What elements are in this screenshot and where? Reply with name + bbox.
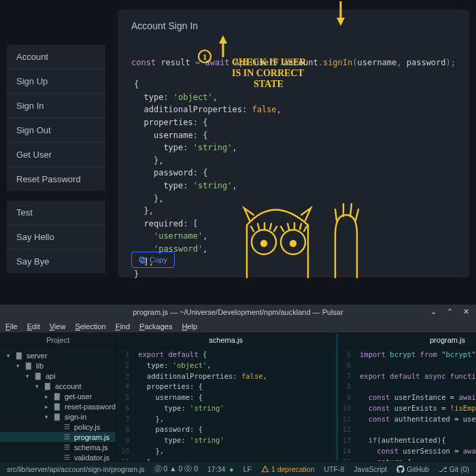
menu-bar: FileEditViewSelectionFindPackagesHelp: [0, 320, 476, 333]
file-icon: ☰: [63, 443, 71, 452]
status-eol[interactable]: LF: [243, 465, 252, 473]
window-title: program.js — ~/Universe/Development/npm/…: [133, 308, 343, 316]
gutter-right: 56789101112131415161718: [338, 347, 356, 461]
nav-item-sign-out[interactable]: Sign Out: [7, 118, 105, 143]
window-minimize-icon[interactable]: ⌄: [428, 307, 438, 316]
menu-view[interactable]: View: [50, 322, 66, 330]
nav-item-account[interactable]: Account: [7, 45, 105, 69]
menu-file[interactable]: File: [5, 322, 18, 330]
nav-item-get-user[interactable]: Get User: [7, 143, 105, 167]
window-titlebar: program.js — ~/Universe/Development/npm/…: [0, 305, 476, 320]
editor-pane-left: schema.js 12345678910111213 export defau…: [116, 333, 336, 461]
tree-folder-sign-in[interactable]: ▾▇sign-in: [0, 411, 116, 422]
tree-file-policy-js[interactable]: ☰policy.js: [0, 422, 116, 432]
nav-item-test[interactable]: Test: [7, 201, 105, 225]
status-diagnostics[interactable]: ⓪ 0 ▲ 0 ⓪ 0: [154, 464, 199, 474]
window-close-icon[interactable]: ✕: [461, 307, 471, 316]
status-health-icon: ●: [229, 465, 233, 473]
tree-folder-api[interactable]: ▾▇api: [0, 371, 116, 381]
tree-folder-account[interactable]: ▾▇account: [0, 381, 116, 391]
warning-icon: [261, 465, 269, 473]
tree-folder-lib[interactable]: ▾▇lib: [0, 360, 116, 371]
menu-edit[interactable]: Edit: [27, 322, 40, 330]
file-icon: ☰: [63, 423, 71, 431]
status-cursor: 17:34: [207, 465, 225, 473]
nav-item-sign-in[interactable]: Sign In: [7, 94, 105, 118]
menu-find[interactable]: Find: [116, 322, 130, 330]
status-github[interactable]: GitHub: [396, 465, 429, 473]
code-schema: { type: 'object', additionalProperties: …: [134, 78, 456, 281]
github-icon: [396, 465, 405, 473]
tree-folder-get-user[interactable]: ▸▇get-user: [0, 391, 116, 401]
tree-folder-server[interactable]: ▾▇server: [0, 350, 116, 360]
file-icon: ☰: [63, 454, 71, 462]
endpoint-panel: Account Sign In const result = await Api…: [118, 10, 469, 277]
folder-icon: ▇: [53, 392, 61, 401]
nav-group-test: TestSay HelloSay Bye: [7, 201, 105, 273]
folder-icon: ▇: [24, 362, 33, 370]
folder-icon: ▇: [15, 352, 23, 360]
status-git[interactable]: ⎇ Git (0): [439, 465, 469, 473]
editor-pane-right: program.js 56789101112131415161718 impor…: [336, 333, 476, 461]
folder-icon: ▇: [53, 403, 61, 411]
project-tree-header: Project: [0, 333, 116, 347]
svg-text:IS IN CORRECT: IS IN CORRECT: [232, 68, 304, 78]
menu-help[interactable]: Help: [182, 322, 197, 330]
window-maximize-icon[interactable]: ⌃: [445, 307, 454, 316]
copy-icon: [139, 256, 146, 264]
project-tree-panel: Project ▾▇server▾▇lib▾▇api▾▇account▸▇get…: [0, 333, 116, 461]
menu-selection[interactable]: Selection: [75, 322, 105, 330]
status-path: src/lib/server/api/account/sign-in/progr…: [7, 465, 145, 473]
tree-file-program-js[interactable]: ☰program.js: [0, 432, 116, 442]
code-signature: const result = await Api(user).account.s…: [131, 44, 456, 69]
panel-title: Account Sign In: [131, 20, 456, 31]
sidebar: AccountSign UpSign InSign OutGet UserRes…: [7, 10, 105, 283]
gutter-left: 12345678910111213: [116, 347, 134, 461]
source-left[interactable]: export default { type: 'object', additio…: [134, 347, 336, 461]
source-right[interactable]: import bcrypt from "bcrypt"; export defa…: [356, 347, 476, 461]
tab-program[interactable]: program.js: [338, 333, 476, 347]
svg-rect-0: [141, 258, 145, 262]
nav-item-say-hello[interactable]: Say Hello: [7, 225, 105, 250]
folder-icon: ▇: [34, 372, 42, 380]
tree-folder-reset-password[interactable]: ▸▇reset-password: [0, 401, 116, 411]
tree-file-schema-js[interactable]: ☰schema.js: [0, 442, 116, 452]
status-deprecation[interactable]: 1 deprecation: [261, 465, 315, 473]
tree-file-validator-js[interactable]: ☰validator.js: [0, 452, 116, 462]
folder-icon: ▇: [53, 413, 61, 421]
status-language[interactable]: JavaScript: [354, 465, 387, 473]
file-icon: ☰: [63, 433, 71, 441]
status-encoding[interactable]: UTF-8: [324, 465, 345, 473]
folder-icon: ▇: [44, 382, 52, 390]
tab-schema[interactable]: schema.js: [116, 333, 336, 347]
nav-item-sign-up[interactable]: Sign Up: [7, 69, 105, 94]
nav-group-account: AccountSign UpSign InSign OutGet UserRes…: [7, 45, 105, 191]
svg-rect-1: [139, 257, 143, 261]
copy-button[interactable]: Copy: [131, 252, 175, 268]
editor-window: program.js — ~/Universe/Development/npm/…: [0, 305, 476, 476]
nav-item-say-bye[interactable]: Say Bye: [7, 250, 105, 273]
nav-item-reset-password[interactable]: Reset Password: [7, 167, 105, 191]
menu-packages[interactable]: Packages: [139, 322, 172, 330]
